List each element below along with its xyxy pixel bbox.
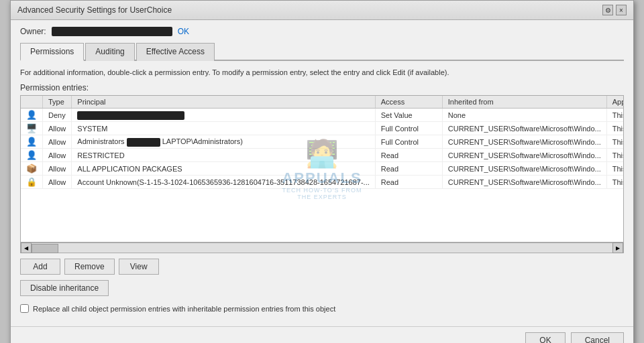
tab-auditing[interactable]: Auditing: [85, 43, 134, 61]
table-row[interactable]: 👤 Allow RESTRICTED Read CURRENT_USER\Sof…: [21, 149, 624, 162]
owner-value: [52, 27, 172, 36]
row-inherited: CURRENT_USER\Software\Microsoft\Windo...: [442, 176, 606, 189]
horizontal-scrollbar[interactable]: ◀ ▶: [20, 243, 624, 253]
replace-permissions-row: Replace all child object permission entr…: [20, 304, 624, 313]
row-applies: This key and subkeys: [606, 176, 624, 189]
row-access: Read: [375, 162, 442, 176]
row-type: Allow: [43, 135, 72, 149]
row-icon: 👤: [21, 135, 43, 149]
owner-label: Owner:: [20, 27, 46, 36]
replace-permissions-label: Replace all child object permission entr…: [33, 305, 335, 313]
row-principal: Account Unknown(S-1-15-3-1024-1065365936…: [72, 176, 375, 189]
row-applies: This key and subkeys: [606, 162, 624, 176]
table-row[interactable]: 👤 Deny Set Value None This key only: [21, 109, 624, 122]
row-icon: 👤: [21, 149, 43, 162]
dialog-footer: OK Cancel: [11, 326, 633, 343]
main-window: Advanced Security Settings for UserChoic…: [10, 0, 634, 343]
col-icon: [21, 96, 43, 109]
table-header-row: Type Principal Access Inherited from App…: [21, 96, 624, 109]
row-inherited: CURRENT_USER\Software\Microsoft\Windo...: [442, 162, 606, 176]
settings-button[interactable]: ⚙: [602, 5, 613, 15]
row-inherited: CURRENT_USER\Software\Microsoft\Windo...: [442, 135, 606, 149]
row-principal: ALL APPLICATION PACKAGES: [72, 162, 375, 176]
title-bar: Advanced Security Settings for UserChoic…: [11, 1, 633, 20]
table-row[interactable]: 👤 Allow Administrators LAPTOP\Administra…: [21, 135, 624, 149]
row-inherited: CURRENT_USER\Software\Microsoft\Windo...: [442, 149, 606, 162]
row-access: Read: [375, 149, 442, 162]
row-applies: This key and subkeys: [606, 149, 624, 162]
col-type: Type: [43, 96, 72, 109]
tab-bar: Permissions Auditing Effective Access: [20, 42, 624, 61]
row-type: Allow: [43, 149, 72, 162]
col-principal: Principal: [72, 96, 375, 109]
row-access: Read: [375, 176, 442, 189]
title-controls: ⚙ ×: [602, 5, 627, 15]
row-principal: SYSTEM: [72, 122, 375, 135]
scroll-left-arrow[interactable]: ◀: [21, 243, 32, 253]
dialog-content: Owner: OK Permissions Auditing Effective…: [11, 20, 633, 326]
row-icon: 🔒: [21, 176, 43, 189]
col-access: Access: [375, 96, 442, 109]
row-type: Allow: [43, 176, 72, 189]
tab-effective-access[interactable]: Effective Access: [136, 43, 215, 61]
permissions-table-container[interactable]: 🧑‍💻 APPUALS TECH HOW-TO'S FROMTHE EXPERT…: [20, 95, 624, 243]
disable-inheritance-button[interactable]: Disable inheritance: [20, 280, 109, 296]
add-button[interactable]: Add: [20, 259, 60, 275]
info-text: For additional information, double-click…: [20, 68, 624, 78]
row-access: Set Value: [375, 109, 442, 122]
row-type: Allow: [43, 162, 72, 176]
cancel-button[interactable]: Cancel: [571, 332, 624, 343]
row-icon: 👤: [21, 109, 43, 122]
scroll-thumb[interactable]: [32, 244, 58, 253]
col-applies: Applies to: [606, 96, 624, 109]
row-principal: Administrators LAPTOP\Administrators): [72, 135, 375, 149]
table-row[interactable]: 🖥️ Allow SYSTEM Full Control CURRENT_USE…: [21, 122, 624, 135]
row-access: Full Control: [375, 122, 442, 135]
permissions-table: Type Principal Access Inherited from App…: [21, 96, 624, 189]
col-inherited: Inherited from: [442, 96, 606, 109]
table-row[interactable]: 🔒 Allow Account Unknown(S-1-15-3-1024-10…: [21, 176, 624, 189]
tab-permissions[interactable]: Permissions: [20, 43, 84, 61]
row-inherited: None: [442, 109, 606, 122]
row-icon: 🖥️: [21, 122, 43, 135]
change-link[interactable]: OK: [178, 27, 189, 36]
row-applies: This key only: [606, 109, 624, 122]
action-buttons: Add Remove View: [20, 259, 624, 275]
row-applies: This key and subkeys: [606, 122, 624, 135]
row-type: Allow: [43, 122, 72, 135]
row-principal: [72, 109, 375, 122]
row-principal: RESTRICTED: [72, 149, 375, 162]
window-title: Advanced Security Settings for UserChoic…: [17, 5, 172, 15]
replace-permissions-checkbox[interactable]: [20, 304, 29, 313]
owner-row: Owner: OK: [20, 27, 624, 36]
row-applies: This key and subkeys: [606, 135, 624, 149]
row-inherited: CURRENT_USER\Software\Microsoft\Windo...: [442, 122, 606, 135]
row-type: Deny: [43, 109, 72, 122]
section-label: Permission entries:: [20, 83, 624, 92]
ok-button[interactable]: OK: [525, 332, 565, 343]
view-button[interactable]: View: [119, 259, 159, 275]
table-row[interactable]: 📦 Allow ALL APPLICATION PACKAGES Read CU…: [21, 162, 624, 176]
close-button[interactable]: ×: [616, 5, 627, 15]
row-icon: 📦: [21, 162, 43, 176]
scroll-track[interactable]: [32, 243, 612, 253]
remove-button[interactable]: Remove: [64, 259, 115, 275]
scroll-right-arrow[interactable]: ▶: [612, 243, 623, 253]
row-access: Full Control: [375, 135, 442, 149]
